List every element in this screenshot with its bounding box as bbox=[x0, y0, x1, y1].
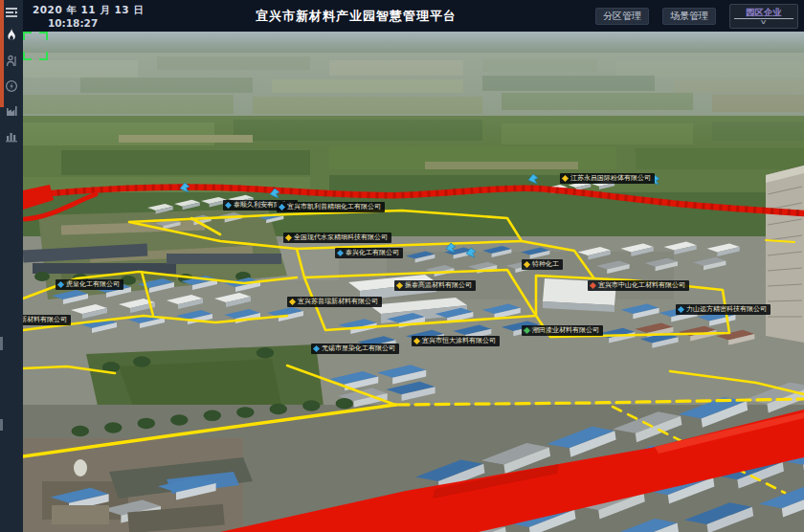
company-marker-icon bbox=[289, 299, 296, 305]
company-marker-icon bbox=[413, 338, 420, 344]
company-label-text: 宜兴苏普瑞新材料有限公司 bbox=[298, 299, 378, 305]
company-label[interactable]: 潮田漆业材料有限公司 bbox=[522, 325, 603, 336]
company-label[interactable]: 无锡市显染化工有限公司 bbox=[311, 344, 399, 354]
company-label[interactable]: 江苏永昌国际粉体有限公司 bbox=[560, 173, 655, 184]
company-marker-icon bbox=[524, 261, 530, 268]
menu-icon[interactable] bbox=[5, 6, 18, 19]
company-marker-icon bbox=[562, 175, 569, 182]
company-marker-icon bbox=[524, 327, 530, 334]
scroll-mark bbox=[0, 337, 3, 350]
company-marker-icon bbox=[285, 234, 292, 241]
company-label[interactable]: 宜兴市中山化工材料有限公司 bbox=[588, 280, 689, 291]
company-label-text: 宜兴市恒大涂料有限公司 bbox=[422, 338, 496, 344]
company-label-text: 全国现代水泵精细科技有限公司 bbox=[294, 234, 388, 241]
company-label[interactable]: 宜兴苏普瑞新材料有限公司 bbox=[287, 297, 382, 307]
selection-box bbox=[23, 32, 48, 60]
company-label-text: 宜兴市中山化工材料有限公司 bbox=[598, 282, 685, 289]
company-label-text: 虎皇化工有限公司 bbox=[66, 281, 120, 288]
park-enterprise-dropdown-label: 园区企业 bbox=[746, 7, 782, 17]
company-marker-icon bbox=[678, 306, 684, 313]
company-label-text: 无锡市显染化工有限公司 bbox=[322, 345, 395, 352]
company-label-text: 力山远方精密科技有限公司 bbox=[686, 306, 767, 313]
header-actions: 分区管理 场景管理 园区企业 ∨ bbox=[595, 0, 798, 32]
company-label[interactable]: 振泰高温材料有限公司 bbox=[394, 280, 476, 291]
personnel-icon[interactable] bbox=[5, 55, 18, 68]
statistics-icon[interactable] bbox=[5, 129, 18, 143]
scroll-mark bbox=[0, 419, 3, 431]
top-header-bar: 2020 年 11 月 13 日 10:18:27 宜兴市新材料产业园智慧管理平… bbox=[0, 0, 804, 32]
fire-alarm-icon[interactable] bbox=[5, 28, 18, 41]
company-label-text: 泰兴化工有限公司 bbox=[346, 250, 399, 256]
map-3d-viewport[interactable]: 泰顺久利安有限公司 宜兴市凯利普精细化工有限公司 全国现代水泵精细科技有限公司 … bbox=[23, 32, 804, 532]
company-marker-icon bbox=[279, 204, 285, 211]
company-marker-icon bbox=[590, 282, 596, 289]
scene-management-button[interactable]: 场景管理 bbox=[662, 8, 716, 25]
company-label-text: 特种化工 bbox=[532, 261, 559, 268]
company-label-text: 振泰高温材料有限公司 bbox=[405, 282, 472, 289]
company-label[interactable]: 新材料有限公司 bbox=[23, 315, 71, 325]
company-marker-icon bbox=[225, 202, 232, 209]
company-marker-icon bbox=[337, 250, 344, 256]
app-root: { "header": { "date": "2020 年 11 月 13 日"… bbox=[0, 0, 804, 532]
company-label[interactable]: 宜兴市凯利普精细化工有限公司 bbox=[277, 202, 385, 212]
company-label[interactable]: 泰兴化工有限公司 bbox=[335, 248, 403, 258]
zone-management-button[interactable]: 分区管理 bbox=[595, 8, 649, 25]
active-accent-bar bbox=[0, 0, 4, 107]
company-label[interactable]: 力山远方精密科技有限公司 bbox=[676, 304, 770, 315]
factory-icon[interactable] bbox=[5, 104, 18, 118]
company-label-text: 潮田漆业材料有限公司 bbox=[532, 327, 599, 334]
company-label-text: 江苏永昌国际粉体有限公司 bbox=[570, 175, 651, 182]
company-label[interactable]: 全国现代水泵精细科技有限公司 bbox=[283, 233, 391, 243]
company-marker-icon bbox=[313, 345, 320, 352]
company-label-text: 宜兴市凯利普精细化工有限公司 bbox=[287, 204, 381, 211]
company-marker-icon bbox=[57, 281, 64, 288]
park-enterprise-dropdown[interactable]: 园区企业 ∨ bbox=[729, 4, 798, 29]
company-marker-icon bbox=[396, 282, 403, 289]
company-label[interactable]: 特种化工 bbox=[522, 259, 563, 270]
left-toolbar bbox=[0, 0, 23, 532]
power-monitor-icon[interactable] bbox=[5, 79, 18, 93]
company-label-text: 新材料有限公司 bbox=[23, 317, 67, 323]
chevron-down-icon: ∨ bbox=[760, 19, 768, 26]
company-label[interactable]: 宜兴市恒大涂料有限公司 bbox=[412, 336, 500, 346]
company-label[interactable]: 虎皇化工有限公司 bbox=[56, 279, 123, 290]
page-title: 宜兴市新材料产业园智慧管理平台 bbox=[23, 0, 689, 32]
